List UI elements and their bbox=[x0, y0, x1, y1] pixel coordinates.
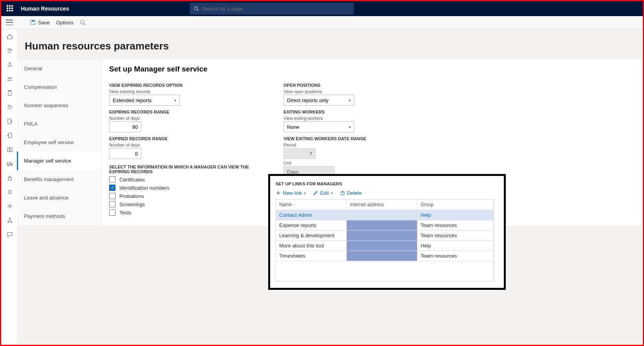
label-exiting-workers: View exiting workers bbox=[284, 116, 445, 121]
checkbox-label: Identification numbers bbox=[119, 185, 169, 191]
hamburger-icon[interactable] bbox=[6, 20, 13, 25]
checkbox-label: Probations bbox=[119, 193, 144, 199]
branch-icon[interactable] bbox=[6, 217, 13, 224]
section-exiting-range: VIEW EXITING WORKERS DATE RANGE bbox=[284, 136, 445, 141]
clipboard-icon[interactable] bbox=[6, 90, 13, 97]
waffle-icon[interactable] bbox=[7, 5, 14, 12]
vtab-fmla[interactable]: FMLA bbox=[17, 115, 101, 133]
app-title: Human Resources bbox=[21, 5, 69, 12]
svg-rect-18 bbox=[7, 163, 10, 165]
home-icon[interactable] bbox=[6, 33, 13, 40]
list-icon[interactable] bbox=[6, 189, 13, 196]
checkbox-box bbox=[109, 185, 115, 191]
svg-point-0 bbox=[194, 7, 198, 10]
save-icon bbox=[30, 20, 36, 25]
search-input[interactable] bbox=[202, 6, 350, 12]
table-row[interactable]: More about this tool Help bbox=[276, 241, 494, 251]
vtab-number-sequences[interactable]: Number sequences bbox=[17, 96, 101, 115]
column-group[interactable]: Group bbox=[417, 200, 494, 210]
select-exiting-workers[interactable]: None ▾ bbox=[284, 121, 354, 132]
org-icon[interactable] bbox=[6, 61, 13, 68]
svg-rect-11 bbox=[8, 91, 11, 95]
checkbox-tests[interactable]: Tests bbox=[109, 209, 270, 216]
select-value: Direct reports only bbox=[287, 97, 328, 103]
cell-address bbox=[347, 231, 417, 241]
vtab-employee-self-service[interactable]: Employee self service bbox=[17, 133, 101, 152]
checkbox-label: Tests bbox=[119, 210, 131, 216]
checkbox-probations[interactable]: Probations bbox=[109, 193, 270, 199]
lock-icon[interactable] bbox=[6, 174, 13, 181]
cell-address bbox=[347, 210, 417, 220]
input-period: 7 bbox=[284, 148, 316, 159]
checkbox-screenings[interactable]: Screenings bbox=[109, 201, 270, 207]
svg-line-5 bbox=[84, 24, 86, 25]
column-name[interactable]: Name↑ bbox=[276, 200, 347, 210]
vtab-manager-self-service[interactable]: Manager self service bbox=[17, 152, 101, 170]
svg-point-19 bbox=[7, 165, 9, 166]
chevron-down-icon: ▾ bbox=[349, 98, 351, 103]
checkbox-identification-numbers[interactable]: Identification numbers bbox=[109, 185, 270, 191]
column-internet-address[interactable]: Internet address bbox=[347, 200, 417, 210]
doc-left-icon[interactable] bbox=[6, 132, 13, 139]
options-button[interactable]: Options bbox=[56, 20, 74, 26]
top-nav-bar: Human Resources bbox=[1, 1, 643, 16]
edit-button[interactable]: Edit ▾ bbox=[313, 190, 333, 196]
table-row[interactable]: Contact Admin Help bbox=[276, 210, 494, 220]
save-button[interactable]: Save bbox=[30, 20, 50, 26]
chat-icon[interactable] bbox=[6, 231, 13, 238]
label-unit: Unit bbox=[284, 161, 445, 165]
vtab-payment-methods[interactable]: Payment methods bbox=[17, 207, 101, 225]
table-row[interactable]: Timesheets Team resources bbox=[276, 251, 494, 261]
select-view-expiring[interactable]: Extended reports ▾ bbox=[109, 95, 180, 106]
table-row[interactable]: Learning & development Team resources bbox=[276, 231, 494, 241]
new-link-button[interactable]: New link ▾ bbox=[276, 190, 306, 196]
vtab-benefits-management[interactable]: Benefits management bbox=[17, 170, 101, 189]
truck-icon[interactable] bbox=[6, 160, 13, 167]
people-icon[interactable] bbox=[6, 47, 13, 54]
checkbox-box bbox=[109, 176, 115, 183]
vtab-general[interactable]: General bbox=[17, 59, 101, 78]
cell-group: Team resources bbox=[417, 220, 494, 231]
delete-button[interactable]: Delete bbox=[340, 190, 362, 196]
checkbox-certificates[interactable]: Certificates bbox=[109, 176, 270, 183]
button-label: New link bbox=[283, 190, 302, 196]
table-row[interactable]: Expense reports Team resources bbox=[276, 220, 494, 231]
cell-name: More about this tool bbox=[276, 241, 347, 251]
input-expiring-days[interactable]: 90 bbox=[109, 121, 141, 132]
tools-icon[interactable] bbox=[6, 203, 13, 210]
button-label: Edit bbox=[320, 190, 329, 196]
select-open-positions[interactable]: Direct reports only ▾ bbox=[284, 95, 354, 106]
svg-line-1 bbox=[198, 9, 199, 11]
button-label: Delete bbox=[347, 190, 362, 196]
cell-group: Help bbox=[417, 241, 494, 251]
team-icon[interactable] bbox=[6, 75, 13, 82]
cell-group: Help bbox=[417, 210, 494, 220]
section-select-info: SELECT THE INFORMATION IN WHICH A MANAGE… bbox=[109, 165, 270, 174]
doc-right-icon[interactable] bbox=[6, 118, 13, 125]
table-spacer-row bbox=[276, 261, 494, 282]
section-links: SET UP LINKS FOR MANAGERS bbox=[276, 181, 498, 186]
label-open-positions: View open positions bbox=[284, 89, 445, 94]
svg-rect-21 bbox=[8, 178, 11, 180]
checkbox-label: Screenings bbox=[119, 201, 145, 207]
cell-address bbox=[347, 220, 417, 231]
svg-rect-16 bbox=[7, 148, 9, 152]
svg-rect-31 bbox=[341, 192, 344, 195]
cell-group: Team resources bbox=[417, 251, 494, 261]
action-search-button[interactable] bbox=[80, 20, 86, 26]
chevron-down-icon: ▾ bbox=[304, 191, 306, 195]
vtab-leave-and-absence[interactable]: Leave and absence bbox=[17, 189, 101, 207]
checkbox-box bbox=[109, 193, 115, 199]
checkbox-label: Certificates bbox=[119, 177, 145, 183]
global-search[interactable] bbox=[190, 3, 354, 15]
svg-point-10 bbox=[10, 77, 12, 79]
label-period: Period bbox=[284, 143, 445, 147]
vtab-compensation[interactable]: Compensation bbox=[17, 78, 101, 96]
table-scroll-gutter bbox=[494, 199, 498, 282]
section-open-positions: OPEN POSITIONS bbox=[284, 83, 445, 88]
person-add-icon[interactable] bbox=[6, 104, 13, 111]
form-heading: Set up Manager self service bbox=[109, 65, 634, 73]
forms-icon[interactable] bbox=[6, 146, 13, 153]
input-expired-days[interactable]: 0 bbox=[109, 148, 141, 159]
pencil-icon bbox=[313, 190, 318, 196]
